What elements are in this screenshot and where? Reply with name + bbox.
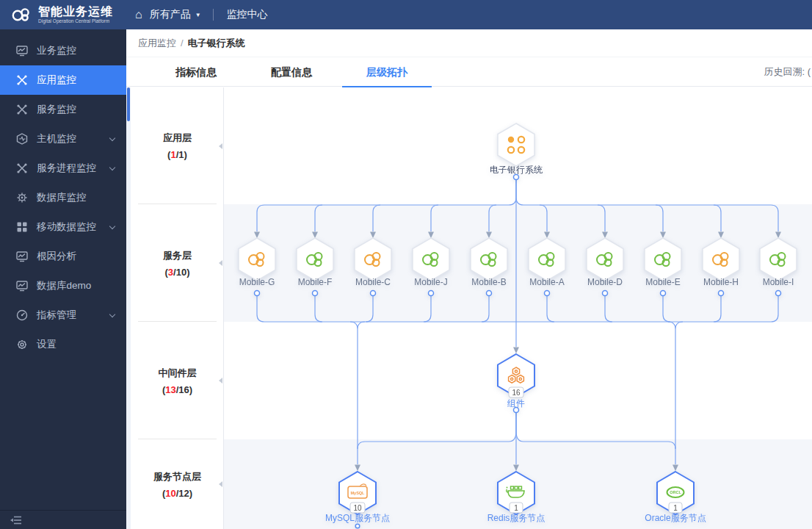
product-menu-label[interactable]: 所有产品	[150, 8, 191, 21]
connector-dot[interactable]	[776, 291, 781, 296]
node-label: Mobile-I	[763, 277, 794, 287]
layer-service: 服务层 (3/10)	[131, 204, 224, 322]
layer-panel: 应用层 (1/1) 服务层 (3/10) 中间件层 (13/16) 服务节点层 …	[131, 87, 224, 529]
breadcrumb: 应用监控 / 电子银行系统	[126, 29, 812, 57]
count-badge-text: 10	[353, 504, 362, 512]
layer-collapse-icon[interactable]	[219, 378, 222, 384]
service-node-mobile-c[interactable]: Mobile-C	[355, 238, 391, 296]
connector-dot[interactable]	[255, 291, 260, 296]
home-icon[interactable]: ⌂	[135, 8, 142, 21]
connector-dot[interactable]	[487, 291, 492, 296]
layer-collapse-icon[interactable]	[219, 481, 222, 487]
tab-config-info[interactable]: 配置信息	[247, 57, 336, 87]
breadcrumb-separator: /	[181, 37, 184, 48]
count-badge-text: 1	[673, 504, 678, 512]
cloud-logo-icon	[10, 6, 32, 24]
root-node-ebank[interactable]: 电子银行系统	[490, 123, 543, 180]
app-subtitle: Digital Operation Central Platform	[38, 19, 113, 24]
node-label: 电子银行系统	[490, 165, 543, 175]
service-node-mobile-f[interactable]: Mobile-F	[297, 238, 333, 296]
app-title: 智能业务运维	[38, 6, 113, 18]
database-gear-icon	[16, 192, 28, 204]
main-content: 应用监控 / 电子银行系统 指标信息 配置信息 层级拓扑 历史回溯: ( 应用层…	[126, 29, 812, 529]
connector-dot[interactable]	[661, 291, 666, 296]
node-label: Oracle服务节点	[645, 513, 706, 523]
scrollbar-thumb[interactable]	[127, 87, 130, 121]
node-label: MySQL服务节点	[325, 513, 390, 523]
topology-edges	[257, 180, 778, 464]
db-node-redis[interactable]: 1 Redis服务节点	[487, 472, 545, 523]
gear-icon	[16, 339, 28, 350]
sidebar-item-metric-manage[interactable]: 指标管理	[0, 301, 126, 330]
sidebar-item-root-cause[interactable]: 根因分析	[0, 242, 126, 271]
host-shield-icon	[16, 133, 28, 145]
sidebar-item-database-monitor[interactable]: 数据库监控	[0, 183, 126, 212]
sidebar-item-app-monitor[interactable]: 应用监控	[0, 65, 126, 95]
node-label: Mobile-G	[239, 277, 275, 287]
dropdown-caret-icon: ▼	[195, 12, 201, 18]
service-node-mobile-j[interactable]: Mobile-J	[413, 238, 449, 296]
connector-dot[interactable]	[429, 291, 434, 296]
db-node-mysql[interactable]: MySQL 10 MySQL服务节点	[325, 472, 390, 528]
node-label: Mobile-A	[529, 277, 564, 287]
layer-collapse-icon[interactable]	[219, 143, 222, 149]
sidebar-item-host-monitor[interactable]: 主机监控	[0, 124, 126, 154]
sidebar-item-mobile-data-monitor[interactable]: 移动数据监控	[0, 212, 126, 242]
svg-text:MySQL: MySQL	[351, 491, 366, 495]
sidebar-item-settings[interactable]: 设置	[0, 330, 126, 359]
connector-dot[interactable]	[603, 291, 608, 296]
tab-bar: 指标信息 配置信息 层级拓扑 历史回溯: (	[126, 57, 812, 87]
sidebar: 业务监控 应用监控 服务监控 主机监控 服务进程监控 数据库监控 移动数据监控	[0, 29, 126, 529]
cross-arrows-icon	[16, 74, 28, 86]
connector-dot[interactable]	[355, 524, 360, 528]
sidebar-item-process-monitor[interactable]: 服务进程监控	[0, 154, 126, 183]
service-node-mobile-h[interactable]: Mobile-H	[703, 238, 739, 296]
connector-dot[interactable]	[514, 175, 519, 180]
service-node-mobile-i[interactable]: Mobile-I	[760, 238, 797, 296]
chart-monitor-icon	[16, 251, 28, 262]
tab-topology[interactable]: 层级拓扑	[342, 57, 432, 87]
service-node-mobile-d[interactable]: Mobile-D	[587, 238, 623, 296]
grid-icon	[16, 221, 28, 233]
layer-service-node: 服务节点层 (10/12)	[131, 439, 224, 529]
history-playback-label[interactable]: 历史回溯: (	[764, 57, 811, 87]
layer-collapse-icon[interactable]	[219, 260, 222, 266]
chevron-down-icon	[109, 223, 115, 228]
service-node-mobile-g[interactable]: Mobile-G	[239, 238, 275, 296]
service-node-mobile-a[interactable]: Mobile-A	[529, 238, 565, 296]
node-label: Mobile-E	[645, 277, 680, 287]
collapse-sidebar-icon[interactable]	[10, 516, 22, 525]
connector-dot[interactable]	[313, 291, 318, 296]
sidebar-item-business-monitor[interactable]: 业务监控	[0, 36, 126, 65]
nav-home-product[interactable]: ⌂ 所有产品 ▼	[135, 8, 201, 21]
sidebar-item-database-demo[interactable]: 数据库demo	[0, 271, 126, 301]
breadcrumb-parent[interactable]: 应用监控	[138, 37, 176, 50]
topology-canvas[interactable]: 电子银行系统 Mobile-G Mobile-F	[224, 87, 812, 529]
sidebar-item-service-monitor[interactable]: 服务监控	[0, 95, 126, 124]
layer-app: 应用层 (1/1)	[131, 87, 224, 204]
count-badge-text: 1	[514, 504, 518, 512]
db-node-oracle[interactable]: ORCL 1 Oracle服务节点	[645, 472, 706, 523]
svg-text:ORCL: ORCL	[670, 490, 681, 494]
tab-metric-info[interactable]: 指标信息	[151, 57, 241, 87]
connector-dot[interactable]	[545, 291, 550, 296]
connector-dot[interactable]	[719, 291, 724, 296]
count-badge-text: 16	[512, 389, 521, 397]
chevron-down-icon	[109, 311, 115, 317]
connector-dot[interactable]	[514, 408, 519, 413]
chart-monitor-icon	[16, 280, 28, 292]
monitor-center-label[interactable]: 监控中心	[227, 8, 268, 21]
app-logo: 智能业务运维 Digital Operation Central Platfor…	[0, 6, 126, 24]
nav-divider	[213, 9, 214, 21]
chevron-down-icon	[109, 134, 115, 140]
node-label: Mobile-C	[355, 277, 391, 287]
middleware-node-component[interactable]: 16 组件	[498, 354, 534, 413]
node-label: Redis服务节点	[487, 513, 545, 523]
breadcrumb-current: 电子银行系统	[188, 37, 245, 50]
chart-monitor-icon	[16, 45, 28, 57]
connector-dot[interactable]	[371, 291, 376, 296]
service-node-mobile-b[interactable]: Mobile-B	[471, 238, 507, 296]
node-label: Mobile-J	[414, 277, 447, 287]
service-node-mobile-e[interactable]: Mobile-E	[645, 238, 681, 296]
nav-monitor-center[interactable]: 监控中心	[227, 8, 268, 21]
